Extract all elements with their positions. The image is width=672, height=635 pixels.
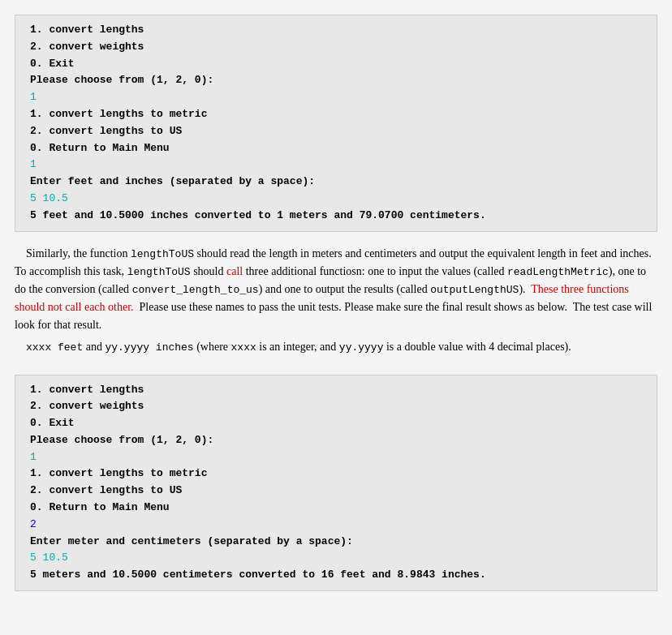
top-code-block: 1. convert lengths 2. convert weights 0.…	[15, 15, 657, 232]
page-container: 1. convert lengths 2. convert weights 0.…	[0, 15, 672, 591]
b-code-line-5: 1	[30, 449, 642, 466]
code-line-3: 0. Exit	[30, 56, 642, 73]
code-line-8: 0. Return to Main Menu	[30, 140, 642, 157]
code-line-12: 5 feet and 10.5000 inches converted to 1…	[30, 208, 642, 225]
code-line-4: Please choose from (1, 2, 0):	[30, 72, 642, 89]
code-line-5: 1	[30, 89, 642, 106]
code-line-2: 2. convert weights	[30, 39, 642, 56]
b-code-line-9: 2	[30, 517, 642, 534]
code-line-9: 1	[30, 157, 642, 174]
b-code-line-3: 0. Exit	[30, 415, 642, 432]
b-code-line-7: 2. convert lengths to US	[30, 483, 642, 500]
prose-paragraph-1: Similarly, the function lengthToUS shoul…	[15, 245, 657, 334]
b-code-line-12: 5 meters and 10.5000 centimeters convert…	[30, 567, 642, 584]
b-code-line-4: Please choose from (1, 2, 0):	[30, 432, 642, 449]
prose-section: Similarly, the function lengthToUS shoul…	[15, 238, 657, 368]
code-line-11: 5 10.5	[30, 191, 642, 208]
b-code-line-1: 1. convert lengths	[30, 382, 642, 399]
b-code-line-10: Enter meter and centimeters (separated b…	[30, 534, 642, 551]
b-code-line-8: 0. Return to Main Menu	[30, 500, 642, 517]
b-code-line-2: 2. convert weights	[30, 398, 642, 415]
code-line-7: 2. convert lengths to US	[30, 123, 642, 140]
code-line-10: Enter feet and inches (separated by a sp…	[30, 174, 642, 191]
bottom-code-block: 1. convert lengths 2. convert weights 0.…	[15, 375, 657, 592]
code-line-6: 1. convert lengths to metric	[30, 106, 642, 123]
code-line-1: 1. convert lengths	[30, 22, 642, 39]
prose-paragraph-2: xxxx feet and yy.yyyy inches (where xxxx…	[15, 338, 657, 356]
b-code-line-11: 5 10.5	[30, 550, 642, 567]
b-code-line-6: 1. convert lengths to metric	[30, 466, 642, 483]
